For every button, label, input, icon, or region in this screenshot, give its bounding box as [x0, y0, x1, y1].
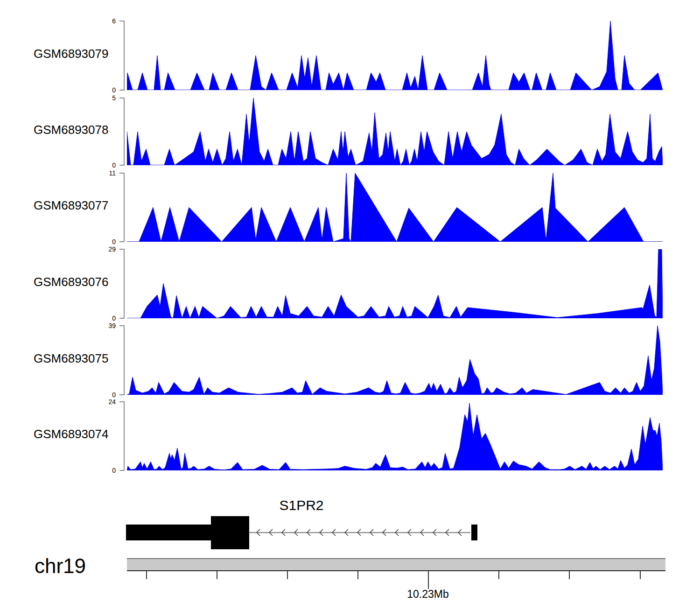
coverage-track: GSM6893079 6 0 [0, 21, 700, 90]
axis-minor-tick [640, 571, 641, 579]
coverage-area-polygon [127, 326, 663, 395]
y-axis-max-label: 11 [109, 170, 116, 176]
coverage-track: GSM6893075 39 0 [0, 326, 700, 395]
coverage-track: GSM6893078 5 0 [0, 98, 700, 165]
chromosome-ideogram-bar [127, 558, 665, 571]
y-axis-zero-label: 0 [112, 315, 116, 322]
y-axis-line [124, 21, 125, 90]
y-axis-zero-label: 0 [112, 162, 116, 168]
coverage-area-plot [127, 326, 663, 395]
axis-minor-tick [146, 571, 147, 579]
coverage-area-polygon [127, 21, 663, 90]
y-axis-line [124, 326, 125, 395]
y-axis-line [124, 173, 125, 242]
y-axis-zero-label: 0 [112, 238, 116, 245]
axis-major-tick [428, 571, 429, 589]
y-axis-top-tick [119, 98, 125, 98]
track-label: GSM6893075 [34, 351, 108, 365]
y-axis-max-label: 39 [108, 322, 116, 329]
coverage-area-plot [127, 402, 663, 470]
y-axis-line [124, 402, 125, 470]
gene-name-label: S1PR2 [279, 497, 323, 513]
gene-cds-exon [211, 516, 249, 549]
axis-minor-tick [217, 571, 217, 579]
axis-minor-tick [498, 571, 499, 579]
y-axis-zero-tick [119, 394, 125, 395]
y-axis-zero-tick [119, 165, 125, 166]
y-axis-top-tick [119, 325, 125, 326]
coverage-track: GSM6893074 24 0 [0, 402, 700, 470]
coverage-area-polygon [127, 98, 663, 165]
y-axis-top-tick [119, 401, 125, 402]
gene-utr-exon [126, 525, 211, 540]
coverage-area-plot [127, 173, 663, 242]
coverage-figure: GSM6893079 6 0 GSM6893078 5 0 GSM6893077 [0, 0, 700, 616]
gene-terminal-exon [471, 525, 477, 540]
coverage-area-plot [127, 98, 663, 165]
coverage-track: GSM6893076 29 0 [0, 249, 700, 318]
track-label: GSM6893074 [34, 427, 108, 441]
axis-minor-tick [287, 571, 288, 579]
y-axis-top-tick [119, 249, 125, 250]
y-axis-zero-tick [119, 470, 125, 471]
y-axis-max-label: 5 [112, 95, 116, 101]
y-axis-line [124, 249, 125, 318]
y-axis-zero-tick [119, 241, 125, 242]
y-axis-top-tick [119, 21, 125, 21]
coverage-area-polygon [127, 403, 663, 470]
y-axis-max-label: 29 [108, 246, 116, 252]
y-axis-zero-tick [119, 90, 125, 91]
y-axis-zero-label: 0 [112, 87, 116, 93]
gene-intron-line [249, 525, 470, 540]
coverage-area-polygon [127, 249, 663, 318]
axis-position-label: 10.23Mb [407, 588, 449, 601]
y-axis-max-label: 6 [112, 18, 116, 24]
track-label: GSM6893076 [34, 274, 108, 289]
axis-minor-tick [357, 571, 358, 579]
chromosome-label: chr19 [35, 554, 86, 578]
axis-minor-tick [569, 571, 570, 579]
y-axis-zero-label: 0 [112, 467, 116, 474]
coverage-area-plot [127, 249, 663, 318]
y-axis-line [124, 98, 125, 165]
track-label: GSM6893077 [34, 198, 108, 213]
coverage-track: GSM6893077 11 0 [0, 173, 700, 242]
track-label: GSM6893078 [34, 122, 108, 137]
y-axis-zero-label: 0 [112, 392, 116, 398]
y-axis-zero-tick [119, 318, 125, 319]
y-axis-top-tick [119, 173, 125, 174]
y-axis-max-label: 24 [108, 399, 116, 405]
track-label: GSM6893079 [34, 46, 108, 61]
coverage-area-plot [127, 21, 663, 90]
coverage-area-polygon [127, 173, 663, 242]
